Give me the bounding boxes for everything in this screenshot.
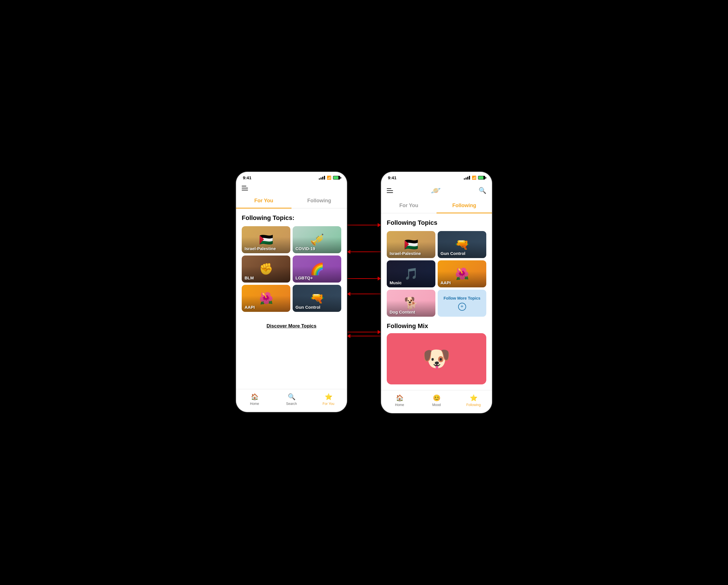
phone-for-you: 9:41 📶	[236, 172, 347, 412]
star-icon-1: ⭐	[325, 393, 333, 401]
topic-label-music-2: Music	[387, 278, 405, 287]
arrow-discover	[347, 330, 381, 334]
topic-label-lgbtq-1: LGBTQ+	[293, 273, 316, 283]
app-logo: 🪐	[431, 186, 441, 195]
nav-search-1[interactable]: 🔍 Search	[273, 391, 310, 407]
tab-following-2[interactable]: Following	[437, 199, 492, 213]
nav-mood-2[interactable]: 😊 Mood	[418, 393, 455, 409]
status-bar-2: 9:41 📶	[381, 172, 492, 182]
signal-icon-2	[464, 176, 470, 180]
topic-card-aapi-1[interactable]: 🌺 AAPI	[242, 285, 290, 312]
header-1	[236, 182, 347, 194]
following-topics-title-2: Following Topics	[387, 219, 486, 227]
mood-icon-2: 😊	[433, 395, 441, 402]
topic-label-aapi-2: AAPI	[438, 278, 453, 287]
tab-for-you-2[interactable]: For You	[381, 199, 437, 213]
topic-label-blm-1: BLM	[242, 273, 257, 283]
arrow-tabs	[347, 223, 381, 227]
mix-card-image: 🐶	[422, 346, 451, 372]
nav-home-1[interactable]: 🏠 Home	[236, 391, 273, 407]
tab-for-you-1[interactable]: For You	[236, 194, 291, 208]
content-2: Following Topics 🇵🇸 Israel-Palestine 🔫 G…	[381, 213, 492, 390]
follow-more-label: Follow More Topics	[444, 296, 480, 301]
hamburger-menu-1[interactable]	[242, 186, 248, 190]
topic-label-covid-1: COVID-19	[293, 244, 318, 253]
topic-card-gun-2[interactable]: 🔫 Gun Control	[438, 231, 486, 258]
tabs-2: For You Following	[381, 199, 492, 213]
star-icon-2: ⭐	[470, 395, 477, 402]
topic-card-dog-2[interactable]: 🐕 Dog Content	[387, 290, 435, 317]
discover-more-link[interactable]: Discover More Topics	[242, 317, 341, 335]
battery-icon	[333, 176, 340, 180]
search-icon-1: 🔍	[288, 393, 295, 401]
status-icons-1: 📶	[319, 176, 340, 180]
topic-label-aapi-1: AAPI	[242, 302, 258, 312]
search-button-2[interactable]: 🔍	[478, 187, 486, 194]
nav-home-2[interactable]: 🏠 Home	[381, 393, 418, 409]
status-icons-2: 📶	[464, 176, 485, 180]
battery-icon-2	[478, 176, 485, 180]
plus-icon: +	[458, 303, 466, 311]
topic-label-gun-1: Gun Control	[293, 302, 323, 312]
follow-more-card[interactable]: Follow More Topics +	[438, 290, 486, 317]
home-icon-2: 🏠	[396, 395, 404, 402]
time-2: 9:41	[388, 175, 396, 180]
arrow-tabs-back	[347, 250, 381, 254]
wifi-icon: 📶	[327, 176, 331, 180]
logo-icon: 🪐	[431, 186, 441, 195]
topic-label-israel-2: Israel-Palestine	[387, 249, 424, 258]
wifi-icon-2: 📶	[472, 176, 476, 180]
following-mix-card[interactable]: 🐶	[387, 333, 486, 384]
arrow-topics	[347, 277, 381, 281]
nav-foryou-label-1: For You	[322, 402, 334, 406]
tab-following-1[interactable]: Following	[291, 194, 347, 208]
content-1: Following Topics: 🇵🇸 Israel-Palestine 🎺 …	[236, 208, 347, 389]
topic-label-gun-2: Gun Control	[438, 249, 468, 258]
bottom-nav-1: 🏠 Home 🔍 Search ⭐ For You	[236, 389, 347, 412]
topics-grid-1: 🇵🇸 Israel-Palestine 🎺 COVID-19 ✊ BLM	[242, 226, 341, 312]
time-1: 9:41	[243, 175, 251, 180]
bottom-nav-2: 🏠 Home 😊 Mood ⭐ Following	[381, 390, 492, 413]
tabs-1: For You Following	[236, 194, 347, 208]
header-2: 🪐 🔍	[381, 182, 492, 199]
arrow-topics-back	[347, 292, 381, 296]
arrow-discover-back	[347, 334, 381, 338]
topics-grid-2: 🇵🇸 Israel-Palestine 🔫 Gun Control 🎵 Musi…	[387, 231, 486, 317]
status-bar-1: 9:41 📶	[236, 172, 347, 182]
topic-label-israel-1: Israel-Palestine	[242, 244, 279, 253]
nav-foryou-1[interactable]: ⭐ For You	[310, 391, 347, 407]
nav-home-label-1: Home	[250, 402, 259, 406]
topic-label-dog-2: Dog Content	[387, 307, 418, 317]
topic-card-israel-1[interactable]: 🇵🇸 Israel-Palestine	[242, 226, 290, 253]
topic-card-gun-1[interactable]: 🔫 Gun Control	[293, 285, 341, 312]
nav-search-label-1: Search	[286, 402, 297, 406]
topic-card-aapi-2[interactable]: 🌺 AAPI	[438, 260, 486, 287]
nav-home-label-2: Home	[395, 403, 404, 407]
home-icon-1: 🏠	[251, 393, 259, 401]
nav-mood-label-2: Mood	[432, 403, 441, 407]
phone-following: 9:41 📶 🪐	[381, 172, 492, 413]
nav-following-label-2: Following	[466, 403, 481, 407]
nav-following-2[interactable]: ⭐ Following	[455, 393, 492, 409]
topic-card-music-2[interactable]: 🎵 Music	[387, 260, 435, 287]
topic-card-lgbtq-1[interactable]: 🌈 LGBTQ+	[293, 255, 341, 283]
topic-card-blm-1[interactable]: ✊ BLM	[242, 255, 290, 283]
following-topics-title-1: Following Topics:	[242, 214, 341, 222]
topic-card-israel-2[interactable]: 🇵🇸 Israel-Palestine	[387, 231, 435, 258]
arrows-container	[347, 172, 381, 395]
signal-icon	[319, 176, 325, 180]
topic-card-covid-1[interactable]: 🎺 COVID-19	[293, 226, 341, 253]
following-mix-title: Following Mix	[387, 322, 486, 330]
hamburger-menu-2[interactable]	[387, 188, 393, 193]
